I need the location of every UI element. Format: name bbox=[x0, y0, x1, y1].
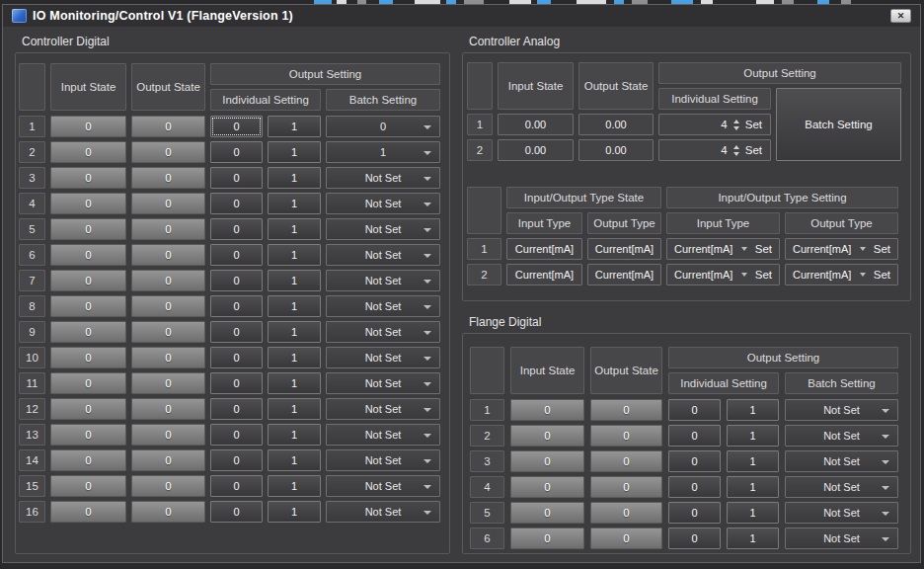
batch-setting-dropdown[interactable]: Not Set bbox=[326, 398, 440, 420]
set-button[interactable]: Set bbox=[745, 119, 762, 130]
batch-setting-dropdown[interactable]: Not Set bbox=[326, 372, 440, 394]
row-number: 4 bbox=[470, 476, 504, 498]
spinner-up-icon[interactable] bbox=[733, 145, 739, 149]
set-0-button[interactable]: 0 bbox=[210, 244, 263, 266]
analog-output-spinner[interactable]: 4 Set bbox=[658, 114, 771, 135]
row-number: 11 bbox=[19, 372, 45, 394]
spinner-down-icon[interactable] bbox=[733, 126, 739, 130]
set-0-button[interactable]: 0 bbox=[668, 502, 721, 524]
batch-setting-dropdown[interactable]: Not Set bbox=[785, 502, 898, 524]
output-type-setting[interactable]: Current[mA] Set bbox=[785, 264, 898, 285]
set-0-button[interactable]: 0 bbox=[210, 116, 263, 137]
input-type-setting[interactable]: Current[mA] Set bbox=[666, 264, 780, 285]
set-1-button[interactable]: 1 bbox=[268, 270, 321, 291]
batch-setting-dropdown[interactable]: Not Set bbox=[326, 193, 440, 214]
table-row: 5 0 0 0 1 Not Set bbox=[19, 218, 446, 240]
batch-setting-dropdown[interactable]: Not Set bbox=[326, 501, 440, 523]
close-button[interactable]: ✕ bbox=[890, 9, 911, 23]
set-1-button[interactable]: 1 bbox=[268, 398, 321, 420]
set-1-button[interactable]: 1 bbox=[727, 528, 779, 549]
set-1-button[interactable]: 1 bbox=[727, 425, 779, 447]
batch-setting-dropdown[interactable]: 1 bbox=[326, 141, 440, 163]
set-0-button[interactable]: 0 bbox=[210, 475, 263, 497]
set-1-button[interactable]: 1 bbox=[268, 449, 321, 471]
set-button[interactable]: Set bbox=[755, 243, 772, 255]
batch-setting-dropdown[interactable]: Not Set bbox=[326, 449, 440, 471]
set-0-button[interactable]: 0 bbox=[668, 450, 721, 472]
set-1-button[interactable]: 1 bbox=[727, 399, 779, 421]
batch-setting-dropdown[interactable]: 0 bbox=[326, 116, 440, 137]
set-0-button[interactable]: 0 bbox=[668, 399, 721, 421]
batch-setting-button[interactable]: Batch Setting bbox=[776, 88, 901, 161]
chevron-down-icon bbox=[882, 409, 889, 413]
table-row: 1 0 0 0 1 Not Set bbox=[470, 399, 903, 421]
chevron-down-icon bbox=[424, 151, 431, 155]
set-1-button[interactable]: 1 bbox=[268, 193, 321, 214]
chevron-down-icon bbox=[424, 203, 431, 206]
set-1-button[interactable]: 1 bbox=[727, 502, 779, 524]
set-button[interactable]: Set bbox=[874, 243, 890, 255]
spinner-up-icon[interactable] bbox=[733, 120, 739, 123]
batch-setting-dropdown[interactable]: Not Set bbox=[326, 270, 440, 291]
type-dropdown-value: Current[mA] bbox=[793, 243, 851, 255]
set-1-button[interactable]: 1 bbox=[268, 424, 321, 446]
spinner-down-icon[interactable] bbox=[733, 152, 739, 156]
input-type-setting[interactable]: Current[mA] Set bbox=[666, 238, 780, 260]
flange-digital-table: Input State Output State Output Setting … bbox=[462, 333, 911, 554]
set-1-button[interactable]: 1 bbox=[268, 501, 321, 523]
set-0-button[interactable]: 0 bbox=[210, 167, 263, 189]
batch-setting-dropdown[interactable]: Not Set bbox=[326, 475, 440, 497]
set-button[interactable]: Set bbox=[745, 144, 762, 156]
input-state-display: 0 bbox=[50, 116, 126, 137]
analog-output-spinner[interactable]: 4 Set bbox=[658, 139, 771, 161]
batch-setting-dropdown[interactable]: Not Set bbox=[326, 244, 440, 266]
set-0-button[interactable]: 0 bbox=[210, 193, 263, 214]
set-1-button[interactable]: 1 bbox=[727, 476, 779, 498]
set-1-button[interactable]: 1 bbox=[268, 244, 321, 266]
input-state-display: 0 bbox=[50, 347, 126, 368]
set-0-button[interactable]: 0 bbox=[668, 476, 721, 498]
set-0-button[interactable]: 0 bbox=[668, 425, 721, 447]
batch-setting-dropdown[interactable]: Not Set bbox=[326, 167, 440, 189]
set-1-button[interactable]: 1 bbox=[268, 321, 321, 343]
set-0-button[interactable]: 0 bbox=[210, 501, 263, 523]
set-0-button[interactable]: 0 bbox=[210, 398, 263, 420]
set-0-button[interactable]: 0 bbox=[210, 424, 263, 446]
set-1-button[interactable]: 1 bbox=[727, 450, 779, 472]
output-state-display: 0 bbox=[590, 399, 662, 421]
batch-setting-dropdown[interactable]: Not Set bbox=[326, 295, 440, 317]
set-0-button[interactable]: 0 bbox=[210, 295, 263, 317]
screen: IO Monitoring/Control V1 (FlangeVersion … bbox=[0, 0, 924, 569]
set-button[interactable]: Set bbox=[755, 269, 772, 281]
batch-setting-dropdown[interactable]: Not Set bbox=[326, 424, 440, 446]
batch-setting-dropdown[interactable]: Not Set bbox=[326, 321, 440, 343]
set-button[interactable]: Set bbox=[874, 269, 890, 281]
set-1-button[interactable]: 1 bbox=[268, 141, 321, 163]
dropdown-value: Not Set bbox=[327, 352, 439, 364]
set-1-button[interactable]: 1 bbox=[268, 295, 321, 317]
set-0-button[interactable]: 0 bbox=[668, 528, 721, 549]
set-0-button[interactable]: 0 bbox=[210, 449, 263, 471]
set-0-button[interactable]: 0 bbox=[210, 321, 263, 343]
batch-setting-dropdown[interactable]: Not Set bbox=[326, 347, 440, 368]
batch-setting-dropdown[interactable]: Not Set bbox=[326, 218, 440, 240]
chevron-down-icon bbox=[424, 177, 431, 181]
set-1-button[interactable]: 1 bbox=[268, 372, 321, 394]
set-0-button[interactable]: 0 bbox=[210, 218, 263, 240]
batch-setting-dropdown[interactable]: Not Set bbox=[785, 450, 898, 472]
batch-setting-dropdown[interactable]: Not Set bbox=[785, 399, 898, 421]
set-0-button[interactable]: 0 bbox=[210, 372, 263, 394]
set-0-button[interactable]: 0 bbox=[210, 141, 263, 163]
set-1-button[interactable]: 1 bbox=[268, 116, 321, 137]
batch-setting-dropdown[interactable]: Not Set bbox=[785, 425, 898, 447]
set-1-button[interactable]: 1 bbox=[268, 475, 321, 497]
set-0-button[interactable]: 0 bbox=[210, 347, 263, 368]
batch-setting-dropdown[interactable]: Not Set bbox=[785, 528, 898, 549]
batch-setting-dropdown[interactable]: Not Set bbox=[785, 476, 898, 498]
set-1-button[interactable]: 1 bbox=[268, 167, 321, 189]
set-1-button[interactable]: 1 bbox=[268, 218, 321, 240]
input-state-display: 0 bbox=[510, 450, 584, 472]
set-0-button[interactable]: 0 bbox=[210, 270, 263, 291]
set-1-button[interactable]: 1 bbox=[268, 347, 321, 368]
output-type-setting[interactable]: Current[mA] Set bbox=[785, 238, 898, 260]
